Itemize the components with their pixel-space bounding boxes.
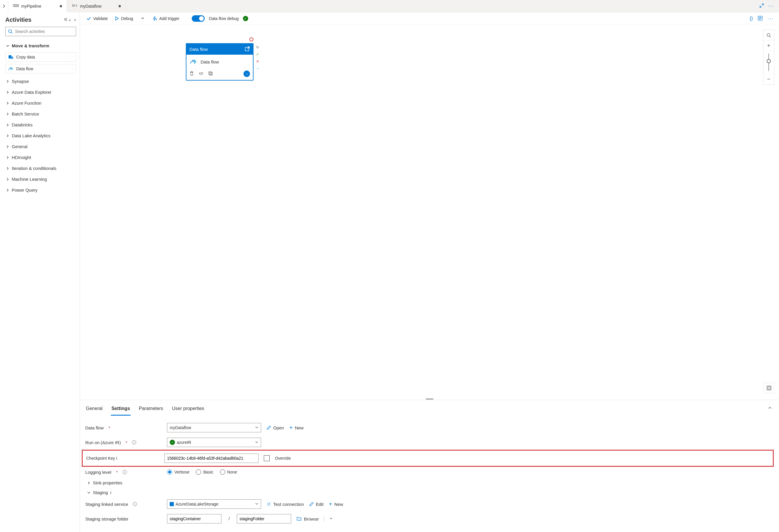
fit-to-screen-icon[interactable] bbox=[764, 383, 774, 393]
zoom-slider[interactable] bbox=[764, 51, 774, 74]
dataflow-activity-node[interactable]: Data flow Data flow → bbox=[186, 43, 253, 80]
category-item[interactable]: Batch Service bbox=[5, 109, 76, 119]
test-connection-link[interactable]: Test connection bbox=[266, 502, 304, 507]
override-checkbox[interactable] bbox=[264, 455, 269, 461]
maximize-icon[interactable] bbox=[759, 3, 764, 9]
radio-none[interactable]: None bbox=[220, 469, 237, 475]
chevron-down-icon bbox=[255, 440, 258, 445]
open-dataflow-link[interactable]: Open bbox=[266, 425, 284, 430]
collapse-panel-icon[interactable] bbox=[766, 404, 774, 416]
category-item[interactable]: Power Query bbox=[5, 185, 76, 195]
radio-verbose[interactable]: Verbose bbox=[167, 469, 189, 475]
category-move-transform[interactable]: Move & transform bbox=[5, 40, 76, 51]
pipeline-toolbar: Validate Debug Add trigger Data flow deb… bbox=[80, 12, 779, 25]
check-circle-icon: ✓ bbox=[170, 440, 175, 445]
debug-button[interactable]: Debug bbox=[113, 15, 134, 21]
radio-basic[interactable]: Basic bbox=[196, 469, 213, 475]
selection-handle-icon[interactable] bbox=[249, 37, 253, 42]
category-item[interactable]: Iteration & conditionals bbox=[5, 163, 76, 174]
category-item[interactable]: Synapse bbox=[5, 76, 76, 87]
activity-copy-data[interactable]: Copy data ⋮⋮ bbox=[5, 52, 76, 62]
copy-data-icon bbox=[8, 54, 14, 60]
dataflow-field-label: Data flow bbox=[85, 425, 104, 430]
add-trigger-button[interactable]: Add trigger bbox=[151, 15, 181, 22]
info-icon[interactable]: i bbox=[123, 470, 127, 474]
checkpoint-input[interactable] bbox=[164, 454, 258, 463]
next-arrow-icon[interactable]: → bbox=[243, 71, 250, 77]
folder-icon bbox=[296, 517, 302, 521]
checkpoint-highlight: Checkpoint Key i Override bbox=[82, 450, 774, 467]
canvas-search-icon[interactable] bbox=[764, 30, 774, 41]
json-icon[interactable]: {} bbox=[750, 16, 753, 21]
chevron-right-icon bbox=[87, 481, 91, 485]
plus-icon: + bbox=[329, 501, 332, 508]
info-icon[interactable]: i bbox=[116, 456, 117, 461]
new-service-link[interactable]: + New bbox=[329, 501, 343, 508]
svg-rect-0 bbox=[13, 4, 15, 7]
code-icon[interactable] bbox=[199, 71, 203, 77]
staging-service-select[interactable]: AzureDataLakeStorage bbox=[167, 500, 261, 509]
tab-dataflow[interactable]: myDataflow bbox=[67, 0, 126, 12]
sink-properties-section[interactable]: Sink properties bbox=[85, 477, 774, 487]
storage-icon bbox=[170, 502, 174, 506]
chevron-right-icon bbox=[6, 102, 9, 105]
override-label: Override bbox=[275, 456, 291, 461]
clone-icon[interactable] bbox=[208, 71, 213, 77]
new-dataflow-link[interactable]: + New bbox=[289, 424, 304, 431]
tab-settings[interactable]: Settings bbox=[111, 404, 131, 416]
port-retry-icon[interactable]: ↻ bbox=[255, 45, 260, 50]
tab-parameters[interactable]: Parameters bbox=[138, 404, 164, 416]
chevron-down-icon bbox=[87, 491, 91, 494]
plus-icon: + bbox=[289, 424, 293, 431]
chevron-right-icon bbox=[6, 178, 9, 181]
staging-folder-input[interactable] bbox=[237, 514, 291, 524]
zoom-in-icon[interactable]: + bbox=[764, 41, 774, 51]
pipeline-icon bbox=[13, 3, 19, 9]
info-icon[interactable]: i bbox=[133, 502, 137, 506]
collapse-sidebar-icon[interactable]: « bbox=[74, 17, 76, 22]
dataflow-select[interactable]: myDataflow bbox=[167, 423, 261, 433]
staging-section[interactable]: Staging i bbox=[85, 487, 774, 497]
zoom-out-icon[interactable]: − bbox=[764, 74, 774, 84]
validate-button[interactable]: Validate bbox=[85, 15, 109, 21]
category-item[interactable]: General bbox=[5, 141, 76, 152]
port-success-icon[interactable]: ✓ bbox=[255, 52, 260, 57]
expand-panel-icon[interactable] bbox=[0, 0, 8, 12]
path-separator: / bbox=[227, 516, 231, 521]
staging-container-input[interactable] bbox=[167, 514, 222, 524]
category-item[interactable]: Data Lake Analytics bbox=[5, 130, 76, 141]
svg-rect-13 bbox=[768, 387, 770, 389]
category-item[interactable]: Machine Learning bbox=[5, 174, 76, 185]
browse-link[interactable]: Browse bbox=[296, 517, 318, 521]
chevron-right-icon bbox=[6, 167, 9, 170]
category-item[interactable]: HDInsight bbox=[5, 152, 76, 163]
port-skip-icon[interactable]: → bbox=[255, 66, 260, 71]
runon-select[interactable]: ✓azureIR bbox=[167, 438, 261, 447]
category-item[interactable]: Azure Data Explorer bbox=[5, 87, 76, 97]
more-icon[interactable]: ··· bbox=[768, 15, 774, 22]
pipeline-canvas[interactable]: Data flow Data flow → ↻ ✓ ✕ → bbox=[80, 25, 779, 398]
drag-grip-icon: ⋮⋮ bbox=[67, 55, 74, 59]
chevron-collapse-icon[interactable]: « bbox=[63, 17, 71, 22]
info-icon[interactable]: i bbox=[132, 440, 136, 445]
properties-icon[interactable] bbox=[758, 15, 763, 22]
browse-dropdown-icon[interactable] bbox=[329, 517, 333, 521]
open-external-icon[interactable] bbox=[245, 46, 250, 52]
chevron-right-icon bbox=[6, 134, 9, 138]
category-item[interactable]: Azure Function bbox=[5, 97, 76, 109]
logging-field-label: Logging level bbox=[85, 470, 111, 475]
edit-link[interactable]: Edit bbox=[309, 502, 323, 507]
info-icon[interactable]: i bbox=[110, 490, 111, 495]
chevron-down-icon bbox=[255, 502, 258, 507]
tab-pipeline[interactable]: myPipeline bbox=[8, 0, 67, 12]
search-activities-input[interactable] bbox=[5, 27, 76, 36]
delete-icon[interactable] bbox=[189, 71, 194, 77]
tab-general[interactable]: General bbox=[85, 404, 103, 416]
tab-user-properties[interactable]: User properties bbox=[171, 404, 205, 416]
port-failure-icon[interactable]: ✕ bbox=[255, 59, 260, 64]
data-flow-debug-toggle[interactable] bbox=[192, 15, 205, 22]
debug-dropdown-icon[interactable] bbox=[138, 15, 147, 21]
activity-data-flow[interactable]: Data flow ⋮⋮ bbox=[5, 64, 76, 73]
category-item[interactable]: Databricks bbox=[5, 119, 76, 130]
more-menu-icon[interactable]: ··· bbox=[768, 3, 774, 9]
